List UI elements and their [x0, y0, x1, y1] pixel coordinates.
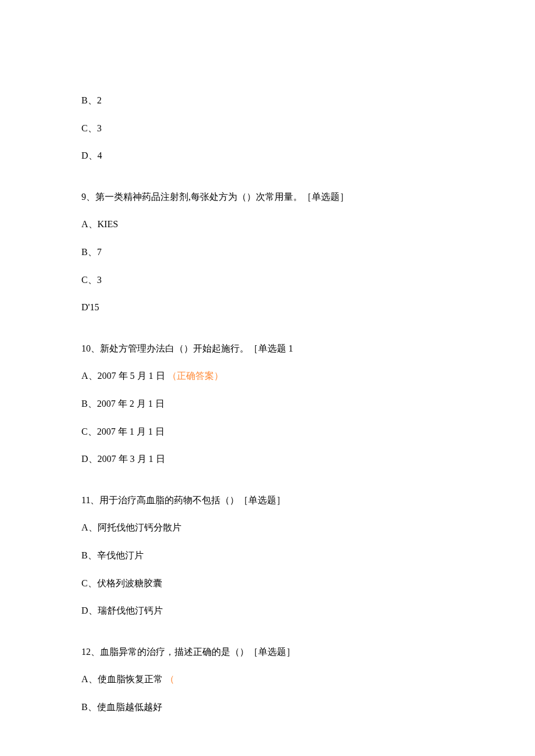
q11-option-c: C、伏格列波糖胶囊 — [81, 576, 454, 591]
q10-option-a: A、2007 年 5 月 1 日 （正确答案） — [81, 368, 454, 384]
option-b: B、2 — [81, 93, 454, 108]
q10-option-a-text: A、2007 年 5 月 1 日 — [81, 371, 165, 381]
open-paren: （ — [165, 674, 174, 684]
q9-option-a: A、KIES — [81, 217, 454, 232]
q11-option-a: A、阿托伐他汀钙分散片 — [81, 520, 454, 535]
q12-option-a: A、使血脂恢复正常 （ — [81, 672, 454, 687]
q9-option-b: B、7 — [81, 245, 454, 260]
option-d: D、4 — [81, 148, 454, 163]
question-10: 10、新处方管理办法白（）开始起施行。［单选题 1 — [81, 341, 454, 356]
q12-option-b: B、使血脂越低越好 — [81, 700, 454, 715]
option-c: C、3 — [81, 121, 454, 136]
question-9: 9、第一类精神药品注射剂,每张处方为（）次常用量。［单选题］ — [81, 189, 454, 205]
q11-option-b: B、辛伐他汀片 — [81, 548, 454, 563]
q9-option-d: D'15 — [81, 300, 454, 315]
correct-answer-label: （正确答案） — [167, 371, 223, 381]
q12-option-a-text: A、使血脂恢复正常 — [81, 674, 163, 684]
q10-option-c: C、2007 年 1 月 1 日 — [81, 424, 454, 439]
q10-option-b: B、2007 年 2 月 1 日 — [81, 396, 454, 411]
question-11: 11、用于治疗高血脂的药物不包括（）［单选题］ — [81, 493, 454, 508]
q11-option-d: D、瑞舒伐他汀钙片 — [81, 603, 454, 618]
question-12: 12、血脂异常的治疗，描述正确的是（）［单选题］ — [81, 644, 454, 660]
q9-option-c: C、3 — [81, 273, 454, 288]
q10-option-d: D、2007 年 3 月 1 日 — [81, 452, 454, 467]
